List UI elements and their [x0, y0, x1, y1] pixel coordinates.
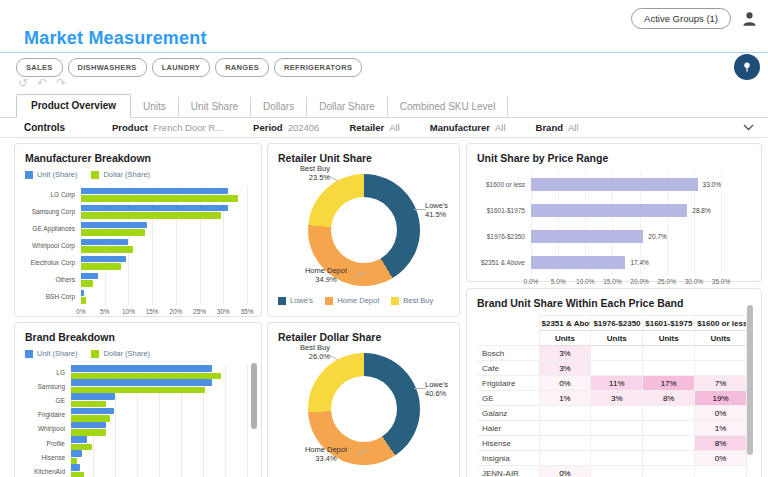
filter-manufacturer[interactable]: ManufacturerAll — [430, 122, 506, 133]
bar-group — [81, 239, 247, 253]
tab-units[interactable]: Units — [131, 97, 179, 117]
chip-laundry[interactable]: LAUNDRY — [152, 58, 211, 77]
x-tick-label: 20.0% — [630, 278, 648, 285]
value-cell: 0% — [695, 406, 747, 421]
bar-row: Hisense — [25, 450, 251, 464]
bar — [81, 195, 238, 202]
bar — [71, 393, 115, 400]
bar-category-label: Profile — [25, 440, 71, 447]
chevron-down-icon[interactable] — [743, 124, 754, 131]
legend-swatch — [278, 297, 286, 305]
value-cell: 3% — [539, 346, 591, 361]
legend-item: Dollar (Share) — [91, 170, 150, 179]
bar-category-label: LG Corp — [25, 191, 81, 198]
value-cell — [591, 406, 643, 421]
pin-button[interactable] — [734, 54, 760, 80]
bar-group — [81, 273, 247, 287]
bar-group — [71, 408, 247, 422]
redo-icon[interactable]: ↷ — [56, 76, 66, 90]
value-cell — [643, 451, 695, 466]
table-row: Cafe3% — [477, 361, 747, 376]
bar-row: Samsung — [25, 379, 251, 393]
table-row: Insignia0% — [477, 451, 747, 466]
value-cell — [695, 346, 747, 361]
tab-dollars[interactable]: Dollars — [251, 97, 307, 117]
value-cell: 1% — [539, 391, 591, 406]
donut-label-lowes: Lowe's 41.5% — [425, 201, 448, 220]
units-subheader: Units — [643, 331, 695, 346]
chart-scrollbar[interactable] — [251, 363, 257, 429]
bar-row: GE — [25, 393, 251, 407]
bar-wrap: 28.8% — [531, 204, 721, 217]
filter-value: All — [495, 122, 506, 133]
user-icon[interactable] — [741, 10, 758, 27]
bar — [81, 273, 98, 280]
legend-item: Unit (Share) — [25, 349, 77, 358]
reset-icon[interactable]: ↺ — [18, 76, 28, 90]
tab-product-overview[interactable]: Product Overview — [16, 94, 131, 118]
bar-wrap: 20.7% — [531, 230, 721, 243]
x-tick-label: 5.0% — [551, 278, 566, 285]
chip-refrigerators[interactable]: REFRIGERATORS — [274, 58, 362, 77]
x-tick-label: 25.0% — [657, 278, 675, 285]
value-cell — [591, 436, 643, 451]
bar — [81, 256, 126, 263]
value-cell: 8% — [695, 436, 747, 451]
bar — [71, 415, 110, 422]
legend-swatch — [325, 297, 333, 305]
filter-product[interactable]: ProductFrench Door R... — [112, 122, 223, 133]
bar-group — [71, 450, 247, 464]
filter-brand[interactable]: BrandAll — [536, 122, 579, 133]
table-corner — [477, 331, 539, 346]
x-tick-label: 30% — [217, 308, 230, 315]
bar — [81, 188, 228, 195]
donut-hole — [331, 376, 397, 442]
x-tick-label: 5% — [100, 308, 109, 315]
table-corner — [477, 316, 539, 331]
bar-row: LG — [25, 365, 251, 379]
x-tick-label: 20% — [169, 308, 182, 315]
value-cell — [539, 451, 591, 466]
bar-group — [71, 422, 247, 436]
bar-row: GE Appliances — [25, 220, 251, 237]
bar-category-label: $1976-$2350 — [477, 233, 531, 240]
table-scrollbar[interactable] — [747, 305, 753, 455]
chip-dishwashers[interactable]: DISHWASHERS — [68, 58, 147, 77]
chip-ranges[interactable]: RANGES — [215, 58, 269, 77]
x-tick-label: 25% — [193, 308, 206, 315]
x-tick-label: 0% — [76, 308, 85, 315]
brand-name-cell: GE — [477, 391, 539, 406]
bar-row: LG Corp — [25, 186, 251, 203]
value-cell — [539, 436, 591, 451]
filter-retailer[interactable]: RetailerAll — [349, 122, 399, 133]
bar-category-label: Whirlpool Corp — [25, 242, 81, 249]
filter-period[interactable]: Period202406 — [253, 122, 319, 133]
bar-value-label: 33.0% — [703, 181, 721, 188]
active-groups-button[interactable]: Active Groups (1) — [631, 8, 731, 29]
value-cell — [591, 346, 643, 361]
tab-combined-sku-level[interactable]: Combined SKU Level — [388, 97, 509, 117]
donut-legend: Lowe'sHome DepotBest Buy — [278, 296, 433, 305]
bar — [531, 178, 698, 191]
table-row: Hisense8% — [477, 436, 747, 451]
value-cell — [695, 361, 747, 376]
category-chip-row: SALESDISHWASHERSLAUNDRYRANGESREFRIGERATO… — [16, 58, 362, 77]
tab-dollar-share[interactable]: Dollar Share — [307, 97, 388, 117]
units-subheader: Units — [539, 331, 591, 346]
chip-sales[interactable]: SALES — [16, 58, 63, 77]
value-cell: 17% — [643, 376, 695, 391]
table-row: GE1%3%8%19% — [477, 391, 747, 406]
bar — [81, 222, 147, 229]
bar-category-label: Samsung — [25, 383, 71, 390]
bar — [81, 290, 84, 297]
grid-line — [247, 186, 248, 305]
value-cell — [695, 466, 747, 477]
bar — [71, 422, 106, 429]
value-cell — [539, 406, 591, 421]
bar — [81, 263, 121, 270]
undo-icon[interactable]: ↶ — [37, 76, 47, 90]
value-cell — [591, 451, 643, 466]
brand-price-band-table: $2351 & Above$1976-$2350$1601-$1975$1600… — [477, 315, 747, 477]
filter-value: All — [389, 122, 400, 133]
tab-unit-share[interactable]: Unit Share — [179, 97, 251, 117]
